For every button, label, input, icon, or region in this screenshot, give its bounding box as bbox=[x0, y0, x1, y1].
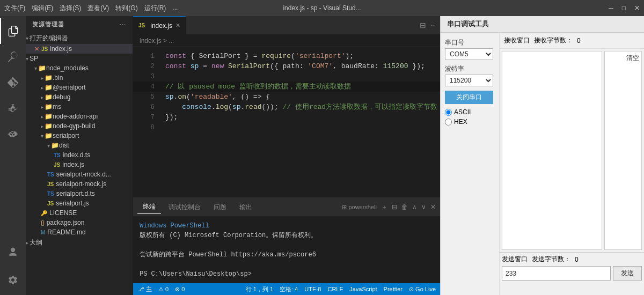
folder-bin[interactable]: ▸ 📁 .bin bbox=[26, 73, 133, 83]
code-line-8: 8 bbox=[133, 122, 440, 132]
receive-window[interactable] bbox=[502, 51, 602, 250]
send-bytes-label: 发送字节数： bbox=[532, 255, 570, 264]
menu-run[interactable]: 运行(R) bbox=[144, 4, 166, 13]
open-file-index-js[interactable]: ✕ JS index.js bbox=[26, 44, 133, 54]
errors-warnings[interactable]: ⚠ 0 bbox=[158, 286, 169, 293]
delete-terminal-btn[interactable]: 🗑 bbox=[401, 203, 408, 211]
ascii-radio-label[interactable]: ASCII bbox=[445, 108, 495, 116]
folder-icon: 📁 bbox=[45, 93, 53, 101]
terminal-line-2: 版权所有 (C) Microsoft Corporation。保留所有权利。 bbox=[140, 231, 434, 240]
activity-settings[interactable] bbox=[0, 267, 26, 293]
sp-section-header[interactable]: ▾ SP bbox=[26, 54, 133, 63]
menu-edit[interactable]: 编辑(E) bbox=[32, 4, 53, 13]
tab-output[interactable]: 输出 bbox=[234, 201, 258, 214]
indentation[interactable]: 空格: 4 bbox=[280, 285, 298, 293]
chevron-up-icon[interactable]: ∧ bbox=[412, 203, 417, 211]
send-button[interactable]: 发送 bbox=[613, 266, 642, 281]
tab-problems[interactable]: 问题 bbox=[208, 201, 232, 214]
file-serialport-mock-js[interactable]: JS serialport-mock.js bbox=[26, 179, 133, 189]
folder-dist[interactable]: ▾ 📁 dist bbox=[26, 141, 133, 150]
tab-terminal[interactable]: 终端 bbox=[137, 200, 161, 214]
language-mode[interactable]: JavaScript bbox=[349, 286, 377, 292]
folder-ms[interactable]: ▸ 📁 ms bbox=[26, 102, 133, 112]
add-terminal-btn[interactable]: ＋ bbox=[381, 203, 387, 212]
sidebar-more-btn[interactable]: ··· bbox=[120, 21, 126, 28]
outline-section[interactable]: ▸ 大纲 bbox=[26, 237, 133, 248]
terminal-type-label: powershell bbox=[348, 204, 377, 210]
file-label: serialport.d.ts bbox=[56, 190, 95, 197]
file-serialport-js[interactable]: JS serialport.js bbox=[26, 198, 133, 208]
folder-debug[interactable]: ▸ 📁 debug bbox=[26, 92, 133, 102]
encoding[interactable]: UTF-8 bbox=[304, 286, 321, 292]
folder-serialport[interactable]: ▾ 📁 serialport bbox=[26, 131, 133, 141]
tab-debug-console[interactable]: 调试控制台 bbox=[163, 201, 206, 214]
menu-file[interactable]: 文件(F) bbox=[4, 4, 25, 13]
chevron-down-icon[interactable]: ∨ bbox=[421, 203, 426, 211]
tab-close-btn[interactable]: ✕ bbox=[175, 22, 180, 29]
line-ending[interactable]: CRLF bbox=[327, 286, 343, 292]
activity-accounts[interactable] bbox=[0, 239, 26, 265]
terminal-panel: 终端 调试控制台 问题 输出 ⊞ powershell ＋ ⊟ 🗑 ∧ ∨ ✕ bbox=[133, 197, 440, 283]
right-receive-window[interactable]: 清空 bbox=[604, 51, 642, 250]
go-live-btn[interactable]: ⊙ Go Live bbox=[409, 286, 436, 293]
menu-more[interactable]: ... bbox=[172, 4, 178, 13]
activity-git[interactable] bbox=[0, 70, 26, 95]
code-line-5: 5 sp.on('readable', () => { bbox=[133, 92, 440, 102]
file-package-json[interactable]: {} package.json bbox=[26, 218, 133, 227]
activity-explorer[interactable] bbox=[0, 18, 26, 44]
close-btn[interactable]: ✕ bbox=[634, 4, 640, 12]
terminal-content[interactable]: Windows PowerShell 版权所有 (C) Microsoft Co… bbox=[133, 217, 440, 283]
close-icon[interactable]: ✕ bbox=[34, 46, 39, 53]
folder-node-modules[interactable]: ▾ 📁 node_modules bbox=[26, 63, 133, 73]
open-editors-header[interactable]: ▾ 打开的编辑器 bbox=[26, 33, 133, 44]
breadcrumb-text: index.js > ... bbox=[140, 37, 174, 45]
hex-radio[interactable] bbox=[445, 119, 452, 126]
chevron-down-icon: ▾ bbox=[47, 143, 50, 149]
chevron-down-icon: ▾ bbox=[26, 56, 28, 62]
menu-goto[interactable]: 转到(G) bbox=[115, 4, 137, 13]
activity-extensions[interactable] bbox=[0, 121, 26, 147]
menu-view[interactable]: 查看(V) bbox=[87, 4, 109, 13]
warnings[interactable]: ⊗ 0 bbox=[175, 286, 185, 293]
baud-select[interactable]: 115200 9600 19200 38400 57600 230400 bbox=[445, 75, 493, 86]
menu-select[interactable]: 选择(S) bbox=[60, 4, 81, 13]
more-actions-icon[interactable]: ··· bbox=[430, 21, 436, 29]
hex-radio-label[interactable]: HEX bbox=[445, 118, 495, 126]
chevron-right-icon: ▸ bbox=[41, 85, 43, 91]
send-input[interactable] bbox=[502, 266, 611, 281]
split-editor-icon[interactable]: ⊟ bbox=[420, 21, 426, 30]
send-header: 发送窗口 发送字节数： 0 bbox=[502, 255, 642, 264]
git-branch[interactable]: ⎇ 主 bbox=[137, 285, 152, 293]
close-port-button[interactable]: 关闭串口 bbox=[445, 91, 493, 104]
folder-serialport-scope[interactable]: ▸ 📁 @serialport bbox=[26, 83, 133, 92]
code-line-1: 1 const { SerialPort } = require('serial… bbox=[133, 51, 440, 61]
folder-node-gyp[interactable]: ▸ 📁 node-gyp-build bbox=[26, 121, 133, 131]
json-icon: {} bbox=[41, 220, 45, 226]
close-terminal-btn[interactable]: ✕ bbox=[430, 203, 436, 211]
file-index-dts[interactable]: TS index.d.ts bbox=[26, 150, 133, 160]
file-index-js-dist[interactable]: JS index.js bbox=[26, 160, 133, 169]
file-serialport-mock-dts[interactable]: TS serialport-mock.d... bbox=[26, 169, 133, 179]
folder-icon: 📁 bbox=[38, 64, 46, 72]
port-select[interactable]: COM5 COM1 COM2 COM3 COM4 COM6 bbox=[445, 48, 493, 60]
ts-icon: TS bbox=[47, 191, 54, 197]
file-license[interactable]: 🔑 LICENSE bbox=[26, 208, 133, 218]
tab-index-js[interactable]: JS index.js ✕ bbox=[133, 16, 186, 34]
split-terminal-btn[interactable]: ⊟ bbox=[392, 203, 397, 211]
activity-search[interactable] bbox=[0, 44, 26, 70]
maximize-btn[interactable]: □ bbox=[622, 4, 626, 12]
file-label: serialport.js bbox=[56, 200, 89, 207]
file-serialport-dts[interactable]: TS serialport.d.ts bbox=[26, 189, 133, 198]
file-readme[interactable]: M README.md bbox=[26, 227, 133, 237]
activity-debug[interactable] bbox=[0, 95, 26, 121]
folder-node-addon[interactable]: ▸ 📁 node-addon-api bbox=[26, 112, 133, 121]
formatter[interactable]: Prettier bbox=[384, 286, 402, 292]
cursor-position[interactable]: 行 1，列 1 bbox=[246, 285, 273, 293]
ascii-radio[interactable] bbox=[445, 109, 452, 116]
terminal-line-3 bbox=[140, 240, 434, 250]
minimize-btn[interactable]: ─ bbox=[609, 4, 613, 12]
line-number: 5 bbox=[137, 92, 155, 102]
serial-panel-title: 串口调试工具 bbox=[441, 16, 644, 33]
clear-receive-btn[interactable]: 清空 bbox=[626, 54, 639, 63]
code-editor[interactable]: 1 const { SerialPort } = require('serial… bbox=[133, 47, 440, 197]
